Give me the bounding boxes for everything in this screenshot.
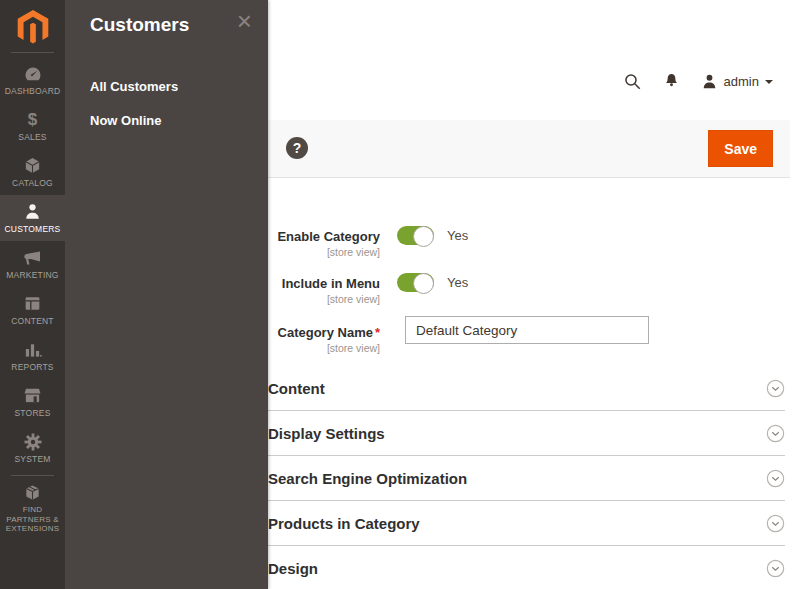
admin-username: admin [724, 74, 759, 89]
accordion-sections: Content Display Settings Search Engine O… [268, 366, 785, 589]
find-partners-icon [23, 482, 42, 502]
chevron-down-icon[interactable] [766, 559, 785, 578]
header-actions: admin [623, 70, 773, 92]
bell-icon[interactable] [663, 72, 680, 90]
dashboard-icon [23, 64, 43, 84]
sidebar-divider [11, 475, 54, 476]
sidebar-item-content[interactable]: CONTENT [0, 287, 65, 333]
enable-category-value: Yes [447, 228, 468, 243]
section-design[interactable]: Design [268, 546, 785, 589]
sidebar-item-customers[interactable]: CUSTOMERS [0, 195, 65, 241]
category-name-scope: [store view] [268, 342, 380, 354]
sidebar-item-marketing[interactable]: MARKETING [0, 241, 65, 287]
search-icon[interactable] [623, 72, 642, 91]
chevron-down-icon[interactable] [766, 424, 785, 443]
category-name-input[interactable] [405, 316, 649, 344]
catalog-icon [23, 156, 42, 176]
category-name-label: Category Name [278, 325, 373, 340]
field-category-name: Category Name* [store view] [268, 316, 649, 354]
chevron-down-icon[interactable] [766, 379, 785, 398]
section-display-settings[interactable]: Display Settings [268, 411, 785, 456]
include-in-menu-scope: [store view] [268, 293, 380, 305]
required-asterisk: * [375, 325, 380, 340]
sidebar-divider [11, 52, 54, 53]
sidebar-item-sales[interactable]: $ SALES [0, 103, 65, 149]
sidebar-item-stores[interactable]: STORES [0, 379, 65, 425]
section-content[interactable]: Content [268, 366, 785, 411]
enable-category-toggle[interactable] [397, 226, 434, 245]
customers-flyout-menu: Customers × All Customers Now Online [65, 0, 268, 589]
chevron-down-icon[interactable] [766, 514, 785, 533]
section-search-engine-optimization[interactable]: Search Engine Optimization [268, 456, 785, 501]
admin-account-button[interactable]: admin [701, 73, 773, 90]
help-button[interactable]: ? [286, 137, 308, 159]
user-icon [701, 73, 718, 90]
save-button[interactable]: Save [708, 130, 773, 167]
enable-category-label: Enable Category [277, 229, 380, 244]
flyout-title: Customers [90, 14, 189, 36]
caret-down-icon [765, 80, 773, 84]
system-icon [23, 432, 43, 452]
sidebar-item-system[interactable]: SYSTEM [0, 425, 65, 471]
include-in-menu-value: Yes [447, 275, 468, 290]
menu-item-now-online[interactable]: Now Online [90, 113, 162, 128]
stores-icon [23, 386, 42, 406]
include-in-menu-label: Include in Menu [282, 276, 380, 291]
field-enable-category: Enable Category [store view] Yes [268, 224, 468, 258]
section-products-in-category[interactable]: Products in Category [268, 501, 785, 546]
menu-item-all-customers[interactable]: All Customers [90, 79, 178, 94]
sidebar-nav: DASHBOARD $ SALES CATALOG CUSTOMERS [0, 0, 65, 589]
sales-icon: $ [28, 110, 37, 130]
marketing-icon [23, 248, 43, 268]
magento-logo-icon[interactable] [0, 0, 65, 46]
sidebar-item-dashboard[interactable]: DASHBOARD [0, 57, 65, 103]
content-icon [23, 294, 42, 314]
sidebar-item-reports[interactable]: REPORTS [0, 333, 65, 379]
close-icon[interactable]: × [237, 8, 252, 34]
customers-icon [23, 202, 42, 222]
reports-icon [23, 340, 42, 360]
field-include-in-menu: Include in Menu [store view] Yes [268, 271, 468, 305]
enable-category-scope: [store view] [268, 246, 380, 258]
sidebar-item-find-partners[interactable]: FIND PARTNERS & EXTENSIONS [0, 480, 65, 536]
sidebar-item-catalog[interactable]: CATALOG [0, 149, 65, 195]
chevron-down-icon[interactable] [766, 469, 785, 488]
include-in-menu-toggle[interactable] [397, 273, 434, 292]
